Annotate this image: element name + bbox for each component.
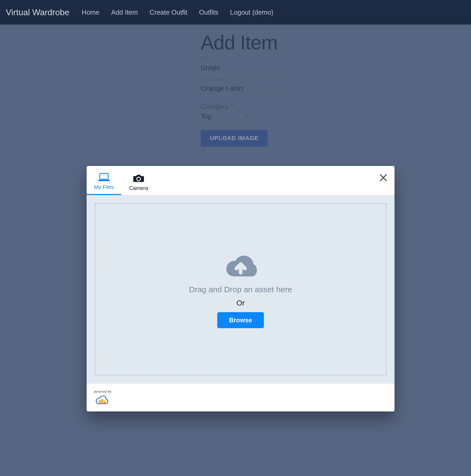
nav-link-home[interactable]: Home [82, 9, 99, 16]
dropzone[interactable]: Drag and Drop an asset here Or Browse [95, 203, 387, 375]
nav-link-create-outfit[interactable]: Create Outfit [150, 9, 187, 16]
browse-button[interactable]: Browse [217, 312, 264, 328]
nav-link-logout[interactable]: Logout (demo) [230, 9, 273, 16]
close-icon [379, 173, 388, 182]
svg-rect-5 [99, 400, 101, 403]
modal-footer: powered by: [87, 383, 394, 411]
laptop-icon [98, 173, 110, 181]
nav-links: Home Add Item Create Outfit Outfits Logo… [82, 9, 273, 16]
svg-rect-0 [100, 173, 108, 179]
nav-link-outfits[interactable]: Outfits [199, 9, 218, 16]
svg-rect-7 [104, 401, 106, 403]
upload-modal: My Files Camera [87, 166, 394, 411]
modal-tabs: My Files Camera [87, 166, 394, 195]
close-button[interactable] [379, 173, 388, 183]
tab-my-files-label: My Files [87, 184, 121, 190]
nav-link-add-item[interactable]: Add Item [111, 9, 138, 16]
modal-body: Drag and Drop an asset here Or Browse [87, 195, 394, 383]
svg-rect-6 [101, 399, 103, 403]
navbar: Virtual Wardrobe Home Add Item Create Ou… [0, 0, 471, 25]
tab-camera-label: Camera [121, 185, 156, 191]
svg-rect-1 [98, 180, 110, 181]
cloudinary-logo-icon [94, 395, 110, 404]
page-body: Add Item Brand * Description * Category … [0, 25, 471, 476]
cloud-upload-icon [219, 251, 262, 280]
camera-icon [133, 174, 144, 183]
drop-text: Drag and Drop an asset here [189, 285, 292, 294]
powered-by-label: powered by: [94, 390, 112, 394]
tab-my-files[interactable]: My Files [87, 173, 121, 195]
app-brand[interactable]: Virtual Wardrobe [6, 7, 69, 17]
powered-by: powered by: [94, 390, 112, 406]
or-text: Or [236, 299, 245, 307]
tab-camera[interactable]: Camera [121, 174, 156, 195]
